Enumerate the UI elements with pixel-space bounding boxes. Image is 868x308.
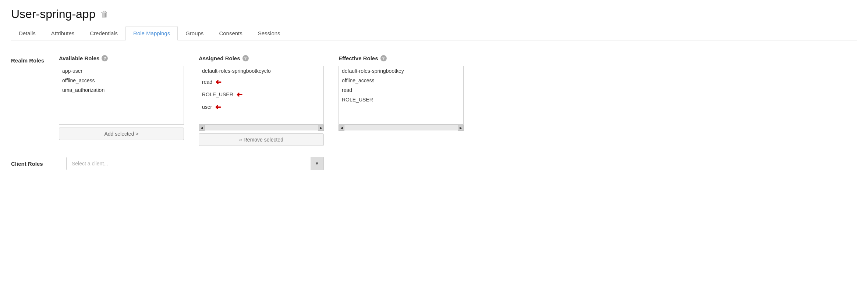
- effective-roles-header: Effective Roles ?: [339, 55, 464, 61]
- remove-selected-button[interactable]: « Remove selected: [199, 133, 324, 146]
- assigned-roles-title: Assigned Roles: [199, 55, 240, 61]
- add-selected-button[interactable]: Add selected >: [59, 128, 184, 140]
- available-roles-header: Available Roles ?: [59, 55, 184, 61]
- tab-credentials[interactable]: Credentials: [82, 26, 125, 40]
- tab-consents[interactable]: Consents: [211, 26, 250, 40]
- client-select[interactable]: Select a client...: [66, 157, 324, 170]
- available-roles-help-icon[interactable]: ?: [102, 55, 108, 61]
- list-item[interactable]: ROLE_USER ➜: [199, 88, 323, 101]
- list-item[interactable]: ROLE_USER: [339, 95, 463, 104]
- page-title-row: User-spring-app 🗑: [11, 7, 857, 21]
- list-item[interactable]: uma_authorization: [59, 85, 184, 95]
- assigned-roles-wrapper: default-roles-springbootkeyclo read ➜ RO…: [199, 66, 324, 130]
- list-item[interactable]: default-roles-springbootkey: [339, 66, 463, 76]
- effective-roles-title: Effective Roles: [339, 55, 378, 61]
- scroll-track[interactable]: [205, 125, 318, 130]
- scroll-left-btn[interactable]: ◀: [199, 125, 205, 131]
- assigned-roles-listbox[interactable]: default-roles-springbootkeyclo read ➜ RO…: [199, 66, 324, 125]
- assigned-roles-help-icon[interactable]: ?: [242, 55, 249, 61]
- list-item[interactable]: user ➜: [199, 101, 323, 113]
- roles-columns: Available Roles ? app-user offline_acces…: [59, 55, 464, 146]
- assigned-roles-header: Assigned Roles ?: [199, 55, 324, 61]
- effective-roles-column: Effective Roles ? default-roles-springbo…: [339, 55, 464, 130]
- scroll-right-btn[interactable]: ▶: [318, 125, 324, 131]
- page-title: User-spring-app: [11, 7, 95, 21]
- effective-roles-wrapper: default-roles-springbootkey offline_acce…: [339, 66, 464, 130]
- scroll-left-btn[interactable]: ◀: [339, 125, 344, 131]
- available-roles-listbox[interactable]: app-user offline_access uma_authorizatio…: [59, 66, 184, 125]
- effective-roles-scrollbar[interactable]: ◀ ▶: [339, 125, 464, 130]
- tab-sessions[interactable]: Sessions: [250, 26, 288, 40]
- tab-groups[interactable]: Groups: [178, 26, 211, 40]
- client-roles-section: Client Roles Select a client... ▼: [11, 157, 857, 170]
- client-select-wrapper: Select a client... ▼: [66, 157, 324, 170]
- tab-role-mappings[interactable]: Role Mappings: [125, 26, 178, 40]
- effective-roles-help-icon[interactable]: ?: [380, 55, 387, 61]
- list-item[interactable]: read: [339, 85, 463, 95]
- list-item[interactable]: app-user: [59, 66, 184, 76]
- tab-attributes[interactable]: Attributes: [43, 26, 82, 40]
- client-roles-label: Client Roles: [11, 161, 59, 167]
- role-mappings-section: Realm Roles Available Roles ? app-user o…: [11, 51, 857, 174]
- list-item[interactable]: offline_access: [339, 76, 463, 85]
- list-item[interactable]: offline_access: [59, 76, 184, 85]
- tab-details[interactable]: Details: [11, 26, 43, 40]
- available-roles-column: Available Roles ? app-user offline_acces…: [59, 55, 184, 140]
- arrow-annotation-read: ➜: [215, 78, 222, 86]
- delete-icon[interactable]: 🗑: [100, 10, 109, 19]
- roles-grid: Realm Roles Available Roles ? app-user o…: [11, 55, 857, 146]
- realm-roles-label: Realm Roles: [11, 55, 59, 64]
- scroll-track[interactable]: [344, 125, 458, 130]
- arrow-annotation-user: ➜: [215, 103, 221, 111]
- list-item[interactable]: read ➜: [199, 76, 323, 88]
- available-roles-title: Available Roles: [59, 55, 99, 61]
- assigned-roles-scrollbar[interactable]: ◀ ▶: [199, 125, 324, 130]
- select-chevron-icon[interactable]: ▼: [311, 157, 324, 170]
- arrow-annotation-role-user: ➜: [236, 90, 242, 99]
- assigned-roles-column: Assigned Roles ? default-roles-springboo…: [199, 55, 324, 146]
- tab-bar: Details Attributes Credentials Role Mapp…: [11, 26, 857, 40]
- list-item[interactable]: default-roles-springbootkeyclo: [199, 66, 323, 76]
- effective-roles-listbox[interactable]: default-roles-springbootkey offline_acce…: [339, 66, 464, 125]
- scroll-right-btn[interactable]: ▶: [458, 125, 464, 131]
